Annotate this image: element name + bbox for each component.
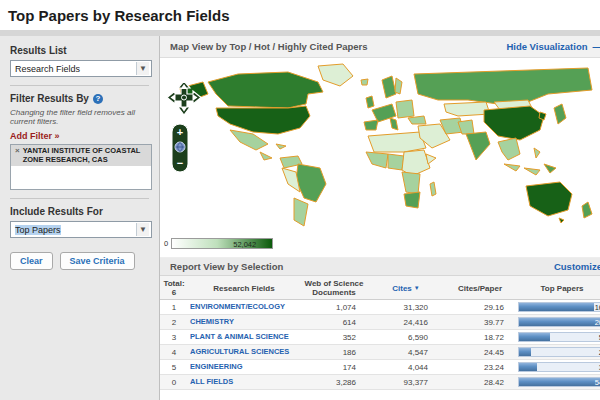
- cites-cell: 24,416: [370, 318, 442, 327]
- field-cell: PLANT & ANIMAL SCIENCE: [188, 332, 298, 342]
- country-russia[interactable]: [414, 68, 592, 104]
- docs-cell: 352: [298, 333, 370, 342]
- clear-button[interactable]: Clear: [10, 252, 53, 270]
- rank-cell: 5: [160, 363, 188, 372]
- country-brazil[interactable]: [296, 164, 326, 202]
- country-spain[interactable]: [364, 120, 378, 130]
- country-norway-sweden[interactable]: [382, 76, 396, 98]
- legend-max-value: 52,042: [233, 240, 256, 249]
- include-results-select[interactable]: Top Papers ▼: [10, 221, 152, 238]
- country-southern-africa[interactable]: [402, 172, 420, 194]
- country-greenland[interactable]: [318, 64, 353, 86]
- map-panel-title: Map View by Top / Hot / Highly Cited Pap…: [170, 41, 368, 52]
- results-list-value: Research Fields: [15, 64, 80, 74]
- country-horn-africa[interactable]: [426, 154, 436, 164]
- field-cell: ALL FIELDS: [188, 377, 298, 387]
- country-philippines[interactable]: [534, 148, 540, 158]
- country-italy[interactable]: [390, 118, 398, 130]
- country-indonesia-west[interactable]: [504, 164, 520, 171]
- table-row: 1 ENVIRONMENT/ECOLOGY 1,074 31,320 29.16…: [160, 300, 600, 315]
- country-new-zealand[interactable]: [582, 202, 592, 218]
- cites-paper-cell: 18.72: [442, 333, 518, 342]
- country-indonesia-east[interactable]: [524, 168, 540, 175]
- field-link[interactable]: ALL FIELDS: [190, 378, 233, 387]
- rank-cell: 2: [160, 318, 188, 327]
- column-header-cites-paper: Cites/Paper: [442, 279, 518, 297]
- country-cuba[interactable]: [276, 144, 286, 149]
- column-header-cites[interactable]: Cites ▼: [370, 279, 442, 297]
- world-map[interactable]: + − 0 52,042: [160, 58, 600, 258]
- country-canada[interactable]: [208, 72, 323, 108]
- top-papers-value: 54: [595, 378, 600, 388]
- field-link[interactable]: ENVIRONMENT/ECOLOGY: [190, 303, 285, 312]
- filter-chip-label: YANTAI INSTITUTE OF COASTAL ZONE RESEARC…: [23, 147, 148, 164]
- remove-filter-icon[interactable]: ×: [15, 147, 20, 164]
- cites-paper-cell: 29.16: [442, 303, 518, 312]
- filter-chip[interactable]: × YANTAI INSTITUTE OF COASTAL ZONE RESEA…: [11, 145, 151, 166]
- zoom-control[interactable]: + −: [171, 123, 189, 173]
- save-criteria-button[interactable]: Save Criteria: [60, 252, 135, 270]
- field-link[interactable]: ENGINEERING: [190, 363, 243, 372]
- table-row: 5 ENGINEERING 174 4,044 23.24 3: [160, 360, 600, 375]
- customize-link[interactable]: Customize: [554, 261, 600, 272]
- country-tasmania[interactable]: [559, 218, 564, 223]
- docs-cell: 614: [298, 318, 370, 327]
- column-header-top-papers: Top Papers: [518, 279, 600, 297]
- page-title: Top Papers by Research Fields: [8, 7, 229, 24]
- zoom-in-icon: +: [177, 126, 183, 138]
- include-results-value: Top Papers: [15, 225, 61, 235]
- country-north-africa[interactable]: [368, 132, 426, 152]
- include-results-label: Include Results For: [10, 206, 149, 217]
- choropleth-map[interactable]: [168, 60, 598, 236]
- table-body: 1 ENVIRONMENT/ECOLOGY 1,074 31,320 29.16…: [160, 300, 600, 390]
- cites-cell: 4,547: [370, 348, 442, 357]
- cites-paper-cell: 24.45: [442, 348, 518, 357]
- country-china[interactable]: [484, 106, 544, 140]
- country-turkey[interactable]: [408, 116, 426, 124]
- dropdown-arrow-icon: ▼: [136, 62, 149, 75]
- legend-gradient-bar: 52,042: [171, 238, 273, 249]
- cites-paper-cell: 28.42: [442, 378, 518, 387]
- map-legend: 0 52,042: [164, 238, 273, 249]
- field-cell: ENVIRONMENT/ECOLOGY: [188, 302, 298, 312]
- country-nigeria[interactable]: [388, 154, 404, 170]
- country-madagascar[interactable]: [430, 182, 436, 196]
- zoom-out-icon: −: [177, 157, 183, 169]
- rank-cell: 4: [160, 348, 188, 357]
- rank-cell: 1: [160, 303, 188, 312]
- country-finland[interactable]: [395, 78, 402, 94]
- country-southeast-asia[interactable]: [498, 138, 520, 160]
- country-papua[interactable]: [544, 164, 556, 173]
- add-filter-link[interactable]: Add Filter »: [10, 131, 149, 141]
- country-japan[interactable]: [554, 104, 566, 124]
- minimize-icon[interactable]: —: [593, 41, 600, 52]
- top-papers-bar: 54: [518, 377, 600, 387]
- sidebar-divider: [10, 198, 149, 199]
- country-argentina[interactable]: [294, 198, 308, 226]
- country-india[interactable]: [466, 132, 490, 160]
- hide-visualization-link[interactable]: Hide Visualization —: [506, 41, 600, 52]
- top-papers-bar: 16: [518, 302, 600, 312]
- field-link[interactable]: PLANT & ANIMAL SCIENCE: [190, 333, 289, 342]
- map-navigation-controls[interactable]: + −: [166, 80, 202, 177]
- filter-listbox[interactable]: × YANTAI INSTITUTE OF COASTAL ZONE RESEA…: [10, 144, 152, 190]
- country-south-africa[interactable]: [404, 192, 420, 208]
- cites-cell: 93,377: [370, 378, 442, 387]
- country-korea[interactable]: [539, 112, 546, 120]
- country-kazakhstan[interactable]: [444, 102, 490, 116]
- country-uk[interactable]: [366, 96, 374, 108]
- sidebar: Results List Research Fields ▼ Filter Re…: [0, 36, 160, 400]
- table-row: 0 ALL FIELDS 3,286 93,377 28.42 54: [160, 375, 600, 390]
- country-west-africa[interactable]: [366, 152, 388, 168]
- country-australia[interactable]: [526, 182, 572, 216]
- results-list-select[interactable]: Research Fields ▼: [10, 60, 152, 77]
- country-eastern-europe[interactable]: [396, 100, 414, 118]
- results-list-label: Results List: [10, 45, 149, 56]
- pan-control-icon[interactable]: [166, 80, 202, 116]
- country-central-america[interactable]: [260, 152, 272, 160]
- field-link[interactable]: CHEMISTRY: [190, 318, 234, 327]
- help-icon[interactable]: ?: [93, 94, 103, 104]
- field-link[interactable]: AGRICULTURAL SCIENCES: [190, 348, 289, 357]
- country-iceland[interactable]: [361, 79, 368, 85]
- table-row: 2 CHEMISTRY 614 24,416 39.77 20: [160, 315, 600, 330]
